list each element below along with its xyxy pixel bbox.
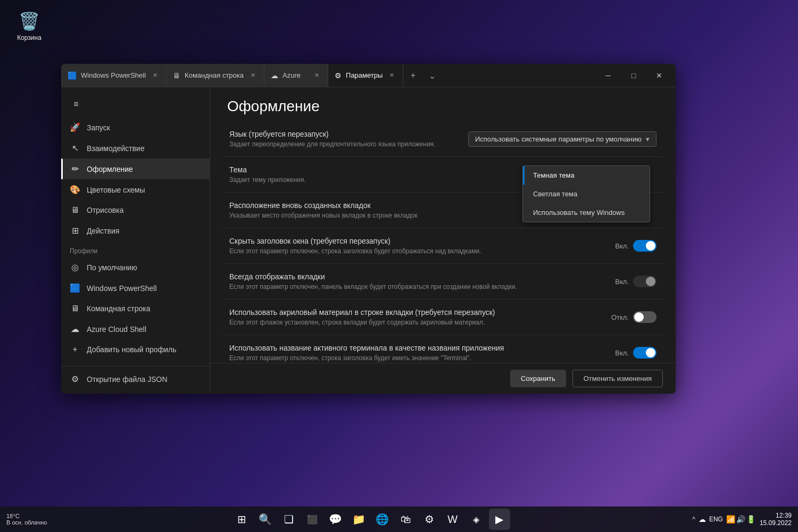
settings-title: Оформление: [210, 87, 676, 121]
always-tabs-toggle-switch[interactable]: [633, 276, 656, 287]
recycle-bin-icon[interactable]: 🗑️ Корзина: [11, 11, 48, 41]
taskbar-right: ^ ☁ ENG 📶 🔊 🔋 12:39 15.09.2022: [690, 512, 792, 527]
sidebar-json-button[interactable]: ⚙ Открытие файла JSON: [61, 369, 210, 389]
sidebar-menu-button[interactable]: ≡: [65, 94, 87, 115]
sidebar: ≡ 🚀 Запуск ↖ Взаимодействие ✏ Оформление…: [61, 87, 210, 394]
language-dropdown[interactable]: Использовать системные параметры по умол…: [468, 131, 656, 147]
setting-language: Язык (требуется перезапуск) Задает перео…: [223, 121, 663, 157]
cancel-button[interactable]: Отменить изменения: [572, 370, 663, 387]
tab-cmd[interactable]: 🖥 Командная строка ✕: [167, 64, 264, 87]
close-button[interactable]: ✕: [647, 68, 671, 84]
maximize-button[interactable]: □: [621, 68, 646, 84]
profile-default-icon: ◎: [70, 262, 80, 272]
theme-option-light[interactable]: Светлая тема: [523, 185, 650, 203]
taskbar-weather: 18°C В осн. облачно: [6, 513, 47, 526]
setting-app-title-title: Использовать название активного терминал…: [229, 344, 606, 352]
tab-cmd-label: Командная строка: [185, 71, 244, 79]
sidebar-item-start[interactable]: 🚀 Запуск: [61, 117, 210, 138]
tab-settings[interactable]: ⚙ Параметры ✕: [328, 64, 403, 87]
sidebar-profile-default[interactable]: ◎ По умолчанию: [61, 257, 210, 278]
sidebar-profile-powershell[interactable]: 🟦 Windows PowerShell: [61, 278, 210, 298]
setting-acrylic-title: Использовать акриловый материал в строке…: [229, 308, 603, 317]
setting-acrylic-info: Использовать акриловый материал в строке…: [229, 308, 603, 326]
tab-powershell[interactable]: 🟦 Windows PowerShell ✕: [61, 64, 167, 87]
sidebar-item-rendering[interactable]: 🖥 Отрисовка: [61, 200, 210, 220]
tab-cmd-close[interactable]: ✕: [248, 71, 257, 80]
weather-desc: В осн. облачно: [6, 519, 47, 526]
setting-app-title: Использовать название активного терминал…: [223, 335, 663, 363]
add-profile-icon: +: [70, 345, 80, 354]
widgets-button[interactable]: ⬛: [302, 509, 323, 530]
start-icon: 🚀: [70, 122, 80, 132]
terminal-taskbar-button[interactable]: ▶: [489, 509, 510, 530]
acrylic-toggle[interactable]: Откл.: [611, 311, 656, 323]
tab-azure[interactable]: ☁ Azure ✕: [264, 64, 328, 87]
minimize-button[interactable]: ─: [596, 68, 620, 84]
sidebar-add-profile[interactable]: + Добавить новый профиль: [61, 339, 210, 360]
always-tabs-toggle: Вкл.: [615, 276, 656, 287]
setting-theme-desc: Задает тему приложения.: [229, 176, 520, 184]
acrylic-toggle-switch[interactable]: [633, 311, 656, 323]
explorer-button[interactable]: 📁: [348, 509, 370, 530]
taskbar-time[interactable]: 12:39 15.09.2022: [760, 512, 792, 527]
language-indicator: ENG: [707, 516, 725, 523]
new-tab-button[interactable]: +: [403, 64, 422, 87]
color-schemes-icon: 🎨: [70, 185, 80, 195]
word-button[interactable]: W: [442, 509, 463, 530]
tab-settings-close[interactable]: ✕: [387, 71, 396, 80]
sidebar-add-profile-label: Добавить новый профиль: [87, 345, 176, 354]
cmd-tab-icon: 🖥: [173, 71, 180, 80]
always-tabs-toggle-label: Вкл.: [615, 278, 629, 286]
store-button[interactable]: 🛍: [395, 509, 417, 530]
settings-panel: Оформление Язык (требуется перезапуск) З…: [210, 87, 676, 394]
app-title-toggle[interactable]: Вкл.: [615, 347, 656, 359]
app-title-toggle-switch[interactable]: [633, 347, 656, 359]
settings-button[interactable]: ⚙: [419, 509, 440, 530]
dyno-button[interactable]: ◈: [466, 509, 487, 530]
volume-icon: 🔊: [736, 515, 745, 523]
setting-hide-title-info: Скрыть заголовок окна (требуется перезап…: [229, 237, 606, 255]
interaction-icon: ↖: [70, 143, 80, 153]
theme-option-dark[interactable]: Темная тема: [523, 166, 650, 185]
sidebar-profile-cmd[interactable]: 🖥 Командная строка: [61, 298, 210, 319]
setting-acrylic-desc: Если этот флажок установлен, строка вкла…: [229, 319, 603, 326]
appearance-icon: ✏: [70, 164, 80, 174]
actions-icon: ⊞: [70, 226, 80, 236]
start-button[interactable]: ⊞: [231, 509, 253, 530]
tab-powershell-close[interactable]: ✕: [150, 71, 160, 80]
sidebar-item-rendering-label: Отрисовка: [87, 206, 124, 214]
weather-temp: 18°C: [6, 513, 47, 519]
hide-title-toggle[interactable]: Вкл.: [615, 240, 656, 252]
tab-azure-label: Azure: [282, 71, 301, 79]
chat-button[interactable]: 💬: [325, 509, 346, 530]
sidebar-item-appearance[interactable]: ✏ Оформление: [61, 159, 210, 179]
hide-title-toggle-knob: [646, 241, 655, 251]
sidebar-profile-azure[interactable]: ☁ Azure Cloud Shell: [61, 319, 210, 339]
language-dropdown-value: Использовать системные параметры по умол…: [475, 135, 642, 143]
tab-powershell-label: Windows PowerShell: [81, 71, 146, 79]
search-button[interactable]: 🔍: [255, 509, 276, 530]
setting-app-title-control: Вкл.: [615, 347, 656, 359]
save-button[interactable]: Сохранить: [510, 370, 566, 387]
theme-option-windows[interactable]: Использовать тему Windows: [523, 203, 650, 222]
hide-title-toggle-switch[interactable]: [633, 240, 656, 252]
taskbar-center: ⊞ 🔍 ❑ ⬛ 💬 📁 🌐 🛍 ⚙ W ◈ ▶: [51, 509, 690, 530]
acrylic-toggle-knob: [634, 312, 644, 322]
setting-theme-info: Тема Задает тему приложения.: [229, 165, 520, 184]
sidebar-item-actions[interactable]: ⊞ Действия: [61, 220, 210, 241]
sidebar-item-color-schemes[interactable]: 🎨 Цветовые схемы: [61, 179, 210, 200]
sidebar-bottom: ⚙ Открытие файла JSON: [61, 366, 210, 389]
tab-azure-close[interactable]: ✕: [312, 71, 321, 80]
tab-dropdown-button[interactable]: ⌄: [422, 64, 442, 87]
sidebar-item-interaction[interactable]: ↖ Взаимодействие: [61, 138, 210, 159]
chevron-up-icon[interactable]: ^: [690, 516, 697, 523]
main-content: ≡ 🚀 Запуск ↖ Взаимодействие ✏ Оформление…: [61, 87, 676, 394]
sidebar-profile-azure-label: Azure Cloud Shell: [87, 325, 146, 334]
setting-hide-title-desc: Если этот параметр отключен, строка заго…: [229, 247, 606, 255]
taskview-button[interactable]: ❑: [278, 509, 300, 530]
wifi-icon: 📶: [726, 515, 735, 523]
taskbar: 18°C В осн. облачно ⊞ 🔍 ❑ ⬛ 💬 📁 🌐 🛍 ⚙ W …: [0, 506, 798, 532]
powershell-tab-icon: 🟦: [68, 71, 77, 80]
edge-button[interactable]: 🌐: [372, 509, 393, 530]
profile-azure-icon: ☁: [70, 324, 80, 334]
